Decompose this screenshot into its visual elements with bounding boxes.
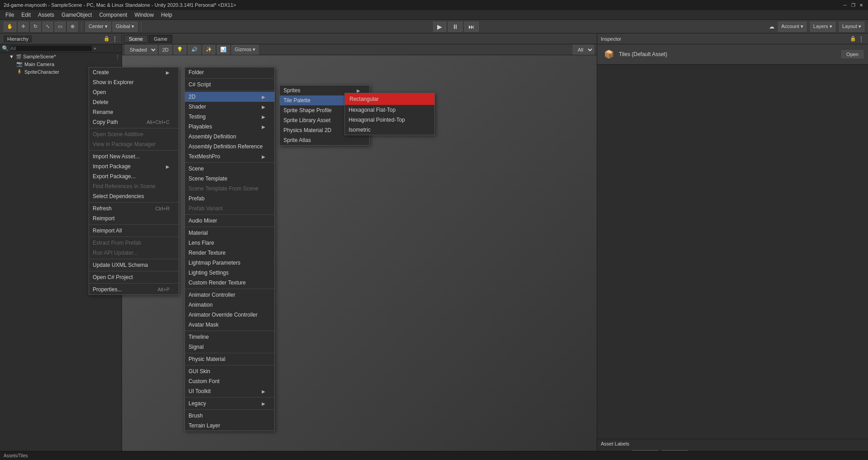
transform-tool[interactable]: ⊕ xyxy=(67,22,78,32)
ctx-folder[interactable]: Folder xyxy=(185,67,274,77)
ctx-view-package-label: View in Package Manager xyxy=(93,141,156,147)
hierarchy-tab[interactable]: Hierarchy xyxy=(4,35,32,43)
ctx-import-package[interactable]: Import Package ▶ xyxy=(89,161,179,171)
ctx-timeline[interactable]: Timeline xyxy=(185,332,274,342)
hierarchy-item-menu[interactable]: ⋮ xyxy=(115,54,120,59)
ctx-export-package[interactable]: Export Package... xyxy=(89,171,179,181)
game-tab[interactable]: Game xyxy=(149,35,172,43)
ctx-hexagonal-flat-top[interactable]: Hexagonal Flat-Top xyxy=(345,105,434,115)
ctx-animator-override-label: Animator Override Controller xyxy=(189,312,258,318)
ctx-select-deps[interactable]: Select Dependencies xyxy=(89,191,179,201)
menu-window[interactable]: Window xyxy=(131,11,157,19)
account-dropdown[interactable]: Account ▾ xyxy=(778,22,807,32)
ctx-animation[interactable]: Animation xyxy=(185,300,274,310)
ctx-delete[interactable]: Delete xyxy=(89,97,179,107)
close-button[interactable]: ✕ xyxy=(858,2,864,8)
minimize-button[interactable]: ─ xyxy=(842,2,848,8)
rect-tool[interactable]: ▭ xyxy=(55,22,66,32)
restore-button[interactable]: ❐ xyxy=(850,2,856,8)
ctx-custom-render-texture[interactable]: Custom Render Texture xyxy=(185,278,274,288)
ctx-rectangular[interactable]: Rectangular xyxy=(345,93,434,105)
light-btn[interactable]: 💡 xyxy=(174,45,186,55)
hierarchy-lock[interactable]: 🔒 xyxy=(104,36,110,42)
rotate-tool[interactable]: ↻ xyxy=(30,22,41,32)
ctx-show-explorer[interactable]: Show in Explorer xyxy=(89,77,179,87)
menu-edit[interactable]: Edit xyxy=(18,11,34,19)
ctx-2d[interactable]: 2D ▶ xyxy=(185,92,274,102)
stats-btn[interactable]: 📊 xyxy=(217,45,230,55)
ctx-animator-controller[interactable]: Animator Controller xyxy=(185,290,274,300)
shading-dropdown[interactable]: Shaded xyxy=(125,45,157,55)
inspector-menu[interactable]: ⋮ xyxy=(858,35,864,43)
ctx-properties[interactable]: Properties... Alt+P xyxy=(89,285,179,294)
ctx-assembly-def[interactable]: Assembly Definition xyxy=(185,132,274,142)
ctx-assembly-def-ref[interactable]: Assembly Definition Reference xyxy=(185,142,274,152)
hierarchy-menu[interactable]: ⋮ xyxy=(112,35,118,43)
ctx-reimport[interactable]: Reimport xyxy=(89,213,179,223)
ctx-avatar-mask[interactable]: Avatar Mask xyxy=(185,320,274,330)
center-toggle[interactable]: Center ▾ xyxy=(85,22,111,32)
ctx-create[interactable]: Create ▶ xyxy=(89,67,179,77)
play-button[interactable]: ▶ xyxy=(433,22,446,32)
ctx-uxml[interactable]: Update UXML Schema xyxy=(89,260,179,270)
ctx-copy-path[interactable]: Copy Path Alt+Ctrl+C xyxy=(89,117,179,127)
hierarchy-add-btn[interactable]: + xyxy=(94,46,96,51)
hierarchy-search-input[interactable] xyxy=(10,46,92,51)
ctx-rename[interactable]: Rename xyxy=(89,107,179,117)
ctx-gui-skin[interactable]: GUI Skin xyxy=(185,366,274,376)
ctx-scene-template[interactable]: Scene Template xyxy=(185,174,274,184)
ctx-brush[interactable]: Brush xyxy=(185,411,274,421)
ctx-legacy[interactable]: Legacy ▶ xyxy=(185,398,274,408)
global-toggle[interactable]: Global ▾ xyxy=(113,22,137,32)
layout-dropdown[interactable]: Layout ▾ xyxy=(839,22,864,32)
ctx-shader[interactable]: Shader ▶ xyxy=(185,102,274,112)
move-tool[interactable]: ✛ xyxy=(18,22,28,32)
ctx-textmeshpro[interactable]: TextMeshPro ▶ xyxy=(185,152,274,161)
ctx-import-new[interactable]: Import New Asset... xyxy=(89,152,179,161)
gizmos-btn[interactable]: Gizmos ▾ xyxy=(231,45,259,55)
ctx-physic-material[interactable]: Physic Material xyxy=(185,354,274,364)
hand-tool[interactable]: ✋ xyxy=(4,22,16,32)
hierarchy-item-samplescene[interactable]: ▼ 🎬 SampleScene* ⋮ xyxy=(0,53,122,60)
open-button[interactable]: Open xyxy=(841,50,863,58)
ctx-csharp-script[interactable]: C# Script xyxy=(185,80,274,90)
pause-button[interactable]: ⏸ xyxy=(448,22,462,32)
layer-dropdown[interactable]: All xyxy=(573,45,594,55)
step-button[interactable]: ⏭ xyxy=(464,22,479,32)
inspector-tab[interactable]: Inspector xyxy=(601,36,621,42)
ctx-terrain-layer[interactable]: Terrain Layer xyxy=(185,421,274,431)
ctx-render-texture[interactable]: Render Texture xyxy=(185,248,274,258)
menu-help[interactable]: Help xyxy=(157,11,176,19)
2d-toggle[interactable]: 2D xyxy=(159,45,172,55)
ctx-open[interactable]: Open xyxy=(89,87,179,97)
ctx-testing[interactable]: Testing ▶ xyxy=(185,112,274,122)
ctx-prefab[interactable]: Prefab xyxy=(185,194,274,204)
menu-file[interactable]: File xyxy=(2,11,18,19)
menu-gameobject[interactable]: GameObject xyxy=(58,11,95,19)
audio-btn[interactable]: 🔊 xyxy=(188,45,201,55)
ctx-custom-font[interactable]: Custom Font xyxy=(185,376,274,386)
inspector-lock[interactable]: 🔒 xyxy=(850,36,856,42)
ctx-refresh[interactable]: Refresh Ctrl+R xyxy=(89,204,179,213)
scale-tool[interactable]: ⤡ xyxy=(42,22,53,32)
scene-tab[interactable]: Scene xyxy=(124,35,148,43)
layers-dropdown[interactable]: Layers ▾ xyxy=(810,22,835,32)
menu-assets[interactable]: Assets xyxy=(34,11,58,19)
ctx-signal[interactable]: Signal xyxy=(185,342,274,352)
menu-component[interactable]: Component xyxy=(95,11,131,19)
ctx-animator-override[interactable]: Animator Override Controller xyxy=(185,310,274,320)
ctx-scene[interactable]: Scene xyxy=(185,164,274,174)
ctx-audio-mixer[interactable]: Audio Mixer xyxy=(185,216,274,226)
ctx-sprite-atlas[interactable]: Sprite Atlas xyxy=(280,135,369,145)
ctx-playables[interactable]: Playables ▶ xyxy=(185,122,274,132)
ctx-material[interactable]: Material xyxy=(185,228,274,238)
ctx-ui-toolkit[interactable]: UI Toolkit ▶ xyxy=(185,386,274,396)
ctx-isometric[interactable]: Isometric xyxy=(345,125,434,135)
ctx-reimport-all[interactable]: Reimport All xyxy=(89,226,179,236)
ctx-lens-flare[interactable]: Lens Flare xyxy=(185,238,274,248)
ctx-hexagonal-pointed-top[interactable]: Hexagonal Pointed-Top xyxy=(345,115,434,125)
ctx-lighting-settings[interactable]: Lighting Settings xyxy=(185,268,274,278)
fx-btn[interactable]: ✨ xyxy=(203,45,215,55)
ctx-open-csharp[interactable]: Open C# Project xyxy=(89,272,179,282)
ctx-lightmap-params[interactable]: Lightmap Parameters xyxy=(185,258,274,268)
